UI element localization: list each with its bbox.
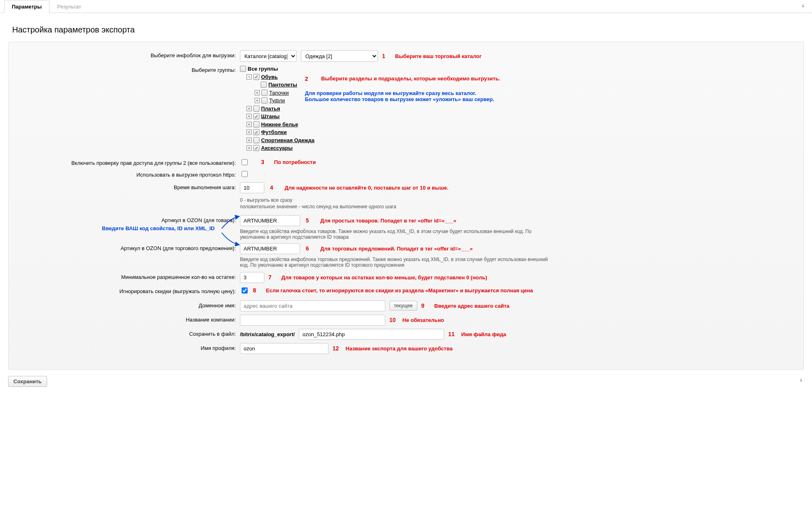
label-art-offer: Артикул в OZON (для торгового предложени…	[17, 243, 240, 251]
label-perm-check: Включить проверку прав доступа для групп…	[17, 158, 240, 166]
select-iblock[interactable]: Одежда [2]	[301, 50, 378, 62]
cb-pantolety[interactable]	[261, 82, 267, 88]
input-min-stock[interactable]	[240, 272, 264, 283]
toggle-tapochki[interactable]: +	[255, 90, 260, 95]
tree-label-tshirts[interactable]: Футболки	[261, 128, 287, 136]
row-profile-name: Имя профиля: 12 Название экспорта для ва…	[17, 343, 795, 354]
note-2-blue-1: Для проверки работы модуля не выгружайте…	[305, 90, 557, 96]
cb-accessories[interactable]	[253, 145, 259, 151]
input-art-offer[interactable]	[240, 243, 300, 254]
note-3-num: 3	[261, 159, 270, 165]
note-3-text: По потребности	[274, 159, 316, 165]
cb-underwear[interactable]	[253, 121, 259, 127]
note-8-text: Если галочка стоит, то игнорируются все …	[266, 287, 533, 294]
tree-label-pants[interactable]: Штаны	[261, 112, 280, 121]
label-min-stock: Минимальное разрешенное кол-во на остатк…	[17, 272, 240, 280]
cb-tapochki[interactable]	[261, 90, 268, 96]
note-6-text: Для торговых предложений. Попадет в тег …	[320, 246, 473, 252]
toggle-blank	[255, 82, 259, 87]
select-catalog-type[interactable]: Каталоги [catalog]	[240, 50, 297, 62]
bottom-bar: Сохранить	[8, 376, 804, 387]
checkbox-ignore-discount[interactable]	[242, 287, 248, 294]
cb-dresses[interactable]	[253, 106, 259, 112]
tabs-bar: Параметры Результат	[0, 0, 812, 13]
note-7-num: 7	[268, 274, 277, 281]
input-save-file[interactable]	[299, 329, 444, 340]
toggle-tshirts[interactable]: +	[246, 130, 252, 135]
tree-label-accessories[interactable]: Аксессуары	[261, 144, 293, 152]
label-domain: Доменное имя:	[17, 300, 240, 309]
input-step-time[interactable]	[240, 182, 264, 193]
pin-icon-bottom[interactable]	[798, 378, 804, 385]
input-domain[interactable]	[240, 300, 385, 311]
row-step-time: Время выполнения шага: 4 Для надежности …	[17, 182, 795, 209]
help-step-zero: 0 - выгрузить все сразу	[240, 197, 795, 203]
label-https: Использовать в выгрузке протокол https:	[17, 170, 240, 178]
tree-item-tshirts: + Футболки	[246, 128, 314, 136]
label-art-product: Артикул в OZON (для товара):	[17, 215, 240, 223]
cb-tshirts[interactable]	[253, 129, 259, 135]
tree-label-tufli[interactable]: Туфли	[269, 97, 285, 105]
tree-label-dresses[interactable]: Платья	[261, 105, 280, 113]
tree-label-pantolety[interactable]: Пантолеты	[268, 81, 297, 89]
label-groups: Выберите группы:	[17, 65, 240, 73]
checkbox-perm-check[interactable]	[242, 159, 248, 165]
note-6-num: 6	[306, 245, 315, 252]
cb-all-groups[interactable]	[240, 66, 246, 72]
tree-label-tapochki[interactable]: Тапочки	[269, 89, 289, 97]
tree-item-shoes: − Обувь	[246, 73, 314, 81]
note-11-text: Имя файла фида	[461, 331, 506, 337]
note-12-text: Название экспорта для вашего удобства	[346, 345, 453, 352]
note-1-text: Выберите ваш торговый каталог	[395, 53, 482, 59]
row-ignore-discount: Игнорировать скидки (выгружать полную це…	[17, 286, 795, 295]
tree-root: Все группы	[240, 65, 314, 73]
save-path-prefix: /bitrix/catalog_export/	[240, 331, 295, 337]
tree-label-sport[interactable]: Спортивная Одежда	[261, 136, 314, 145]
input-company[interactable]	[240, 315, 385, 326]
row-save-file: Сохранить в файл: /bitrix/catalog_export…	[17, 329, 795, 340]
cb-pants[interactable]	[253, 113, 259, 119]
cb-tufli[interactable]	[261, 97, 268, 104]
tree-label-all[interactable]: Все группы	[248, 65, 278, 73]
toggle-sport[interactable]: +	[246, 138, 252, 143]
label-profile-name: Имя профиля:	[17, 343, 240, 351]
checkbox-https[interactable]	[242, 171, 248, 177]
input-profile-name[interactable]	[240, 343, 328, 354]
note-2-text: Выберите разделы и подразделы, которые н…	[321, 76, 500, 82]
save-button[interactable]: Сохранить	[8, 376, 47, 387]
note-4-num: 4	[270, 184, 279, 191]
toggle-underwear[interactable]: +	[246, 122, 252, 127]
toggle-accessories[interactable]: +	[246, 145, 252, 151]
label-step-time: Время выполнения шага:	[17, 182, 240, 190]
tree-item-sport: + Спортивная Одежда	[246, 136, 314, 145]
pin-icon[interactable]	[800, 3, 806, 11]
help-step-positive: положительное значение - число секунд на…	[240, 204, 795, 209]
label-save-file: Сохранить в файл:	[17, 329, 240, 337]
tab-result[interactable]: Результат	[50, 0, 89, 13]
help-art-product: Введите код свойства инфоблока товаров. …	[240, 229, 557, 240]
row-min-stock: Минимальное разрешенное кол-во на остатк…	[17, 272, 795, 283]
cb-sport[interactable]	[253, 137, 259, 143]
toggle-dresses[interactable]: +	[246, 106, 252, 111]
note-2-num: 2	[305, 76, 314, 82]
note-10-num: 10	[389, 317, 398, 323]
tree-label-underwear[interactable]: Нижнее белье	[261, 121, 298, 129]
tab-parameters[interactable]: Параметры	[4, 0, 50, 13]
tree-side-notes: 2 Выберите разделы и подразделы, которые…	[305, 76, 557, 102]
tree-item-underwear: + Нижнее белье	[246, 121, 314, 129]
tree-label-shoes[interactable]: Обувь	[261, 73, 278, 81]
tree-item-accessories: + Аксессуары	[246, 144, 314, 152]
cb-shoes[interactable]	[253, 74, 259, 80]
label-company: Название компании:	[17, 315, 240, 323]
toggle-shoes[interactable]: −	[246, 74, 252, 80]
note-9-text: Введите адрес вашего сайта	[434, 303, 510, 309]
toggle-pants[interactable]: +	[246, 114, 252, 119]
tree-item-dresses: + Платья	[246, 105, 314, 113]
note-4-text: Для надежности не оставляйте 0, поставьт…	[285, 185, 448, 191]
button-current-domain[interactable]: текущее	[389, 301, 417, 311]
row-company: Название компании: 10 Не обязательно	[17, 315, 795, 326]
row-groups: Выберите группы: Все группы − Обувь	[17, 65, 795, 152]
row-art-product: Артикул в OZON (для товара): 5 Для прост…	[17, 215, 795, 240]
input-art-product[interactable]	[240, 215, 300, 226]
toggle-tufli[interactable]: +	[255, 98, 260, 103]
